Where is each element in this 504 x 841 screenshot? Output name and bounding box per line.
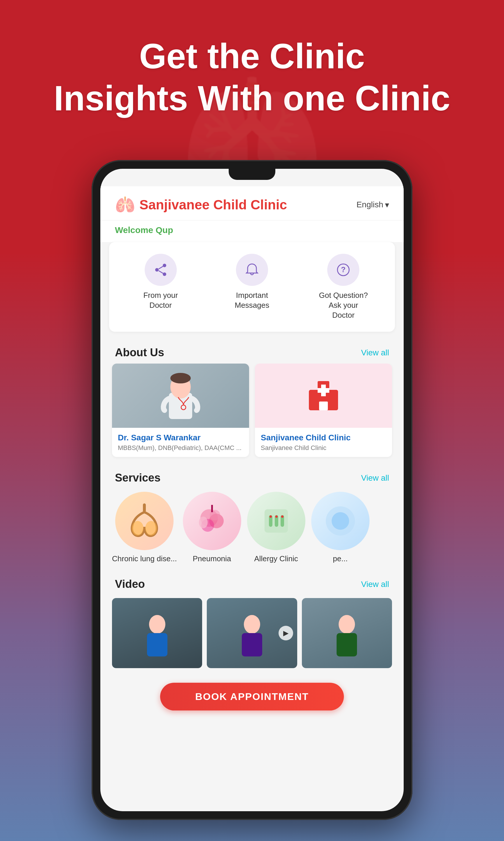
svg-point-1 [155, 268, 159, 272]
from-doctor-label: From your Doctor [134, 291, 187, 310]
welcome-text: Welcome Qup [115, 225, 173, 235]
svg-rect-34 [147, 633, 167, 656]
svg-point-37 [339, 615, 355, 634]
ask-doctor-label: Got Question? Ask your Doctor [317, 291, 370, 320]
action-from-doctor[interactable]: From your Doctor [115, 254, 206, 320]
pneumonia-label: Pneumonia [193, 554, 231, 563]
app-header: 🫁 Sanjivanee Child Clinic English ▾ [100, 186, 404, 221]
service-pe[interactable]: pe... [311, 492, 370, 563]
svg-rect-36 [242, 633, 262, 656]
svg-rect-14 [318, 388, 329, 393]
doctor-name: Dr. Sagar S Warankar [118, 433, 243, 442]
clinic-card-image [255, 363, 392, 428]
service-allergy[interactable]: Allergy Clinic [247, 492, 305, 563]
about-section-header: About Us View all [100, 341, 404, 363]
services-view-all[interactable]: View all [361, 473, 389, 483]
about-us-section: About Us View all [100, 341, 404, 466]
clinic-card-info: Sanjivanee Child Clinic Sanjivanee Child… [255, 428, 392, 457]
services-row: Chronic lung dise... [100, 489, 404, 572]
services-title: Services [115, 471, 160, 484]
about-cards-row: Dr. Sagar S Warankar MBBS(Mum), DNB(Pedi… [100, 363, 404, 466]
svg-rect-15 [319, 401, 328, 410]
services-section-header: Services View all [100, 466, 404, 489]
allergy-label: Allergy Clinic [254, 554, 298, 563]
welcome-bar: Welcome Qup [100, 221, 404, 242]
book-appointment-bar: BOOK APPOINTMENT [100, 677, 404, 716]
pe-label: pe... [333, 554, 348, 563]
svg-line-4 [159, 271, 163, 273]
phone-notch [229, 169, 275, 180]
action-important-messages[interactable]: Important Messages [206, 254, 298, 320]
about-title: About Us [115, 346, 164, 359]
video-section: Video View all [100, 572, 404, 677]
svg-point-32 [331, 512, 349, 530]
svg-point-29 [275, 515, 278, 518]
doctor-card[interactable]: Dr. Sagar S Warankar MBBS(Mum), DNB(Pedi… [112, 363, 249, 457]
allergy-image [247, 492, 305, 550]
quick-actions-panel: From your Doctor Important Messages [109, 242, 395, 332]
from-doctor-icon [145, 254, 177, 286]
pe-image [311, 492, 370, 550]
clinic-card-name: Sanjivanee Child Clinic [261, 433, 386, 442]
svg-line-3 [159, 266, 163, 269]
pneumonia-image [183, 492, 241, 550]
svg-rect-16 [143, 503, 146, 512]
app-content: 🫁 Sanjivanee Child Clinic English ▾ Welc… [100, 169, 404, 811]
svg-point-23 [199, 517, 208, 528]
svg-point-0 [163, 264, 166, 267]
video-person-3 [302, 598, 392, 668]
video-person-1 [112, 598, 202, 668]
chronic-lung-label: Chronic lung dise... [112, 554, 177, 563]
doctor-photo [112, 363, 249, 428]
phone-outer-shell: 🫁 Sanjivanee Child Clinic English ▾ Welc… [92, 160, 412, 820]
video-thumb-3[interactable] [302, 598, 392, 668]
services-section: Services View all [100, 466, 404, 572]
service-chronic-lung[interactable]: Chronic lung dise... [112, 492, 177, 563]
language-selector[interactable]: English ▾ [356, 200, 389, 210]
phone-device: 🫁 Sanjivanee Child Clinic English ▾ Welc… [92, 160, 412, 820]
about-view-all[interactable]: View all [361, 348, 389, 357]
clinic-name-text: Sanjivanee Child Clinic [140, 197, 287, 212]
phone-screen: 🫁 Sanjivanee Child Clinic English ▾ Welc… [100, 169, 404, 811]
svg-rect-38 [337, 633, 357, 656]
language-text: English [356, 200, 383, 209]
video-thumbnails-row: ▶ [100, 595, 404, 677]
chronic-lung-image [115, 492, 174, 550]
clinic-logo-icon: 🫁 [115, 195, 135, 214]
video-view-all[interactable]: View all [361, 580, 389, 589]
svg-text:?: ? [341, 265, 346, 274]
ask-doctor-icon: ? [327, 254, 359, 286]
action-ask-doctor[interactable]: ? Got Question? Ask your Doctor [298, 254, 389, 320]
video-title: Video [115, 578, 145, 590]
video-thumb-1[interactable] [112, 598, 202, 668]
svg-point-30 [281, 515, 284, 518]
video-thumb-2[interactable]: ▶ [207, 598, 297, 668]
doctor-card-info: Dr. Sagar S Warankar MBBS(Mum), DNB(Pedi… [112, 428, 249, 457]
svg-point-35 [244, 615, 260, 634]
book-appointment-button[interactable]: BOOK APPOINTMENT [160, 683, 344, 710]
messages-icon [236, 254, 268, 286]
svg-point-17 [132, 521, 144, 535]
language-arrow-icon: ▾ [385, 200, 389, 210]
video-play-icon[interactable]: ▶ [278, 626, 293, 640]
svg-point-2 [163, 272, 166, 276]
svg-point-33 [149, 615, 165, 634]
clinic-card-sub: Sanjivanee Child Clinic [261, 444, 386, 452]
messages-label: Important Messages [226, 291, 278, 310]
svg-point-28 [270, 515, 272, 518]
clinic-card[interactable]: Sanjivanee Child Clinic Sanjivanee Child… [255, 363, 392, 457]
service-pneumonia[interactable]: Pneumonia [183, 492, 241, 563]
clinic-logo: 🫁 Sanjivanee Child Clinic [115, 195, 287, 214]
doctor-credentials: MBBS(Mum), DNB(Pediatric), DAA(CMC ... [118, 444, 243, 452]
video-section-header: Video View all [100, 572, 404, 595]
svg-point-9 [170, 373, 191, 383]
svg-point-18 [145, 521, 157, 535]
